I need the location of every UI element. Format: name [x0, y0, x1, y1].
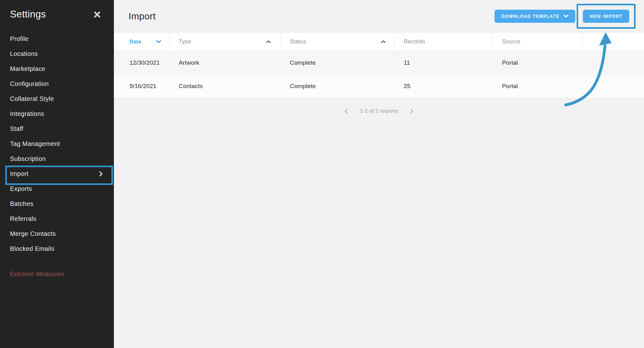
cell-source: Portal: [493, 51, 583, 74]
sidebar-item-tag-management[interactable]: Tag Management: [0, 136, 114, 151]
cell-source: Portal: [493, 75, 583, 98]
page-header: Import DOWNLOAD TEMPLATE NEW IMPORT: [114, 0, 644, 32]
sidebar-item-blocked-emails[interactable]: Blocked Emails: [0, 241, 114, 256]
caret-down-icon: [563, 14, 568, 18]
sidebar-item-subscription[interactable]: Subscription: [0, 151, 114, 166]
new-import-button[interactable]: NEW IMPORT: [583, 10, 629, 23]
cell-type: Contacts: [170, 75, 281, 98]
sidebar-item-batches[interactable]: Batches: [0, 196, 114, 211]
new-import-highlight-annotation: NEW IMPORT: [577, 4, 636, 29]
sidebar-item-profile[interactable]: Profile: [0, 31, 114, 46]
download-template-button[interactable]: DOWNLOAD TEMPLATE: [495, 10, 575, 23]
sidebar-title: Settings: [10, 9, 46, 20]
sort-desc-icon: [156, 40, 161, 43]
header-actions: DOWNLOAD TEMPLATE NEW IMPORT: [495, 4, 636, 29]
new-import-label: NEW IMPORT: [590, 14, 622, 19]
sort-asc-icon: [381, 40, 386, 43]
sidebar-header: Settings: [0, 0, 114, 20]
column-header-date[interactable]: Date: [114, 32, 170, 51]
column-header-status[interactable]: Status: [281, 32, 395, 51]
column-header-type[interactable]: Type: [170, 32, 281, 51]
sidebar-item-exports[interactable]: Exports: [0, 181, 114, 196]
cell-type: Artwork: [170, 51, 281, 74]
chevron-right-icon: [410, 108, 413, 114]
imports-table-header: Date Type Status Records: [114, 32, 644, 51]
sidebar-item-merge-contacts[interactable]: Merge Contacts: [0, 226, 114, 241]
sidebar-item-extreme-measures[interactable]: Extreme Measures: [0, 266, 114, 281]
cell-status: Complete: [281, 51, 395, 74]
sidebar-item-collateral-style[interactable]: Collateral Style: [0, 91, 114, 106]
chevron-left-icon: [344, 108, 348, 114]
close-icon: [94, 11, 101, 18]
page-title: Import: [129, 11, 156, 22]
cell-date: 9/16/2021: [114, 75, 170, 98]
settings-nav: Profile Locations Marketplace Configurat…: [0, 31, 114, 281]
table-row[interactable]: 9/16/2021 Contacts Complete 25 Portal: [114, 75, 644, 98]
table-row[interactable]: 12/30/2021 Artwork Complete 11 Portal: [114, 51, 644, 75]
column-header-source[interactable]: Source: [493, 32, 583, 51]
pagination-label: 1-2 of 2 imports: [360, 108, 398, 114]
sidebar-item-referrals[interactable]: Referrals: [0, 211, 114, 226]
column-header-actions: [583, 32, 644, 51]
close-button[interactable]: [92, 10, 102, 19]
settings-sidebar: Settings Profile Locations Marketplace C…: [0, 0, 114, 348]
import-page: Import DOWNLOAD TEMPLATE NEW IMPORT Date: [114, 0, 644, 348]
sidebar-item-import[interactable]: Import: [0, 166, 114, 181]
sidebar-item-locations[interactable]: Locations: [0, 46, 114, 61]
chevron-right-icon: [99, 171, 103, 177]
imports-table: Date Type Status Records: [114, 32, 644, 98]
sidebar-item-integrations[interactable]: Integrations: [0, 106, 114, 121]
cell-records: 11: [395, 51, 493, 74]
sort-asc-icon: [266, 40, 271, 43]
cell-status: Complete: [281, 75, 395, 98]
column-header-records[interactable]: Records: [395, 32, 493, 51]
sidebar-item-marketplace[interactable]: Marketplace: [0, 61, 114, 76]
cell-date: 12/30/2021: [114, 51, 170, 74]
sidebar-item-configuration[interactable]: Configuration: [0, 76, 114, 91]
next-page-button[interactable]: [409, 107, 415, 115]
previous-page-button[interactable]: [343, 107, 349, 115]
cell-records: 25: [395, 75, 493, 98]
pagination: 1-2 of 2 imports: [114, 105, 644, 117]
download-template-label: DOWNLOAD TEMPLATE: [501, 14, 559, 19]
sidebar-item-staff[interactable]: Staff: [0, 121, 114, 136]
